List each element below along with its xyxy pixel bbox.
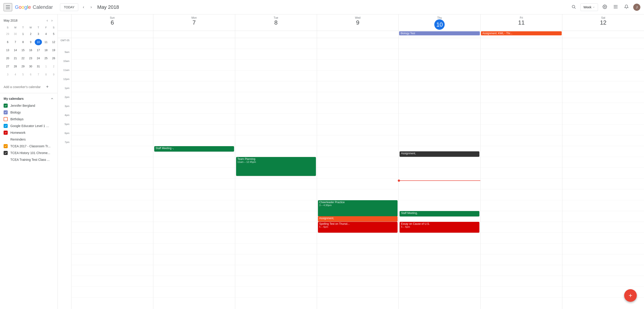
- mini-cal-day[interactable]: 10: [35, 38, 42, 46]
- mini-cal-day[interactable]: 16: [27, 46, 34, 54]
- allday-cell-2[interactable]: [235, 31, 317, 38]
- calendar-item[interactable]: Biology: [0, 109, 58, 116]
- day-column-4[interactable]: Assignment,Staff Meeting,Essay on Cause …: [398, 38, 480, 309]
- allday-event[interactable]: Biology Test: [399, 31, 480, 35]
- mini-cal-day[interactable]: 4: [12, 71, 19, 78]
- mini-cal-day[interactable]: 14: [12, 46, 19, 54]
- mini-cal-day[interactable]: 6: [4, 38, 11, 46]
- event-block[interactable]: Assignment,: [400, 151, 480, 157]
- mini-cal-day[interactable]: 9: [27, 38, 34, 46]
- mini-cal-day[interactable]: 24: [35, 54, 42, 62]
- mini-cal-day[interactable]: 28: [12, 63, 19, 70]
- mini-cal-day[interactable]: 5: [50, 30, 57, 38]
- calendar-item[interactable]: TCEA History 101 Chrome...: [0, 150, 58, 156]
- mini-cal-day[interactable]: 15: [20, 46, 26, 54]
- day-column-2[interactable]: Team Planning11am – 12:45pm: [235, 38, 317, 309]
- day-column-5[interactable]: [480, 38, 562, 309]
- calendar-checkbox[interactable]: [4, 151, 8, 155]
- mini-cal-day[interactable]: 2: [50, 63, 57, 70]
- event-block[interactable]: Spelling Test on Thursd...5 – 6pm: [318, 222, 398, 233]
- mini-next-button[interactable]: ›: [50, 18, 54, 23]
- allday-cell-3[interactable]: [317, 31, 399, 38]
- mini-cal-day[interactable]: 4: [42, 30, 50, 38]
- mini-cal-day[interactable]: 21: [12, 54, 19, 62]
- day-header-thu[interactable]: Thu10: [398, 14, 480, 31]
- calendar-checkbox[interactable]: [4, 124, 8, 128]
- mini-cal-day[interactable]: 13: [4, 46, 11, 54]
- mini-cal-day[interactable]: 23: [27, 54, 34, 62]
- mini-cal-day[interactable]: 20: [4, 54, 11, 62]
- mini-cal-day[interactable]: 1: [42, 63, 50, 70]
- user-avatar[interactable]: J: [633, 3, 640, 11]
- day-header-sat[interactable]: Sat12: [562, 14, 644, 31]
- apps-button[interactable]: [612, 3, 620, 11]
- prev-button[interactable]: ‹: [81, 3, 86, 11]
- mini-cal-day[interactable]: 18: [42, 46, 50, 54]
- mini-cal-day[interactable]: 7: [35, 71, 42, 78]
- mini-cal-day[interactable]: 5: [20, 71, 26, 78]
- calendar-item[interactable]: Homework: [0, 129, 58, 136]
- mini-cal-day[interactable]: 3: [35, 30, 42, 38]
- mini-cal-day[interactable]: 11: [42, 38, 50, 46]
- calendar-item[interactable]: Reminders: [0, 136, 58, 143]
- allday-cell-1[interactable]: [153, 31, 235, 38]
- mini-cal-day[interactable]: 31: [35, 63, 42, 70]
- mini-cal-day[interactable]: 29: [20, 63, 26, 70]
- menu-button[interactable]: [4, 3, 12, 11]
- calendar-checkbox[interactable]: [4, 144, 8, 148]
- add-coworker-input[interactable]: [4, 85, 44, 89]
- allday-cell-4[interactable]: Biology Test: [398, 31, 480, 38]
- allday-cell-0[interactable]: [71, 31, 153, 38]
- day-header-wed[interactable]: Wed9: [317, 14, 399, 31]
- mini-cal-day[interactable]: 26: [50, 54, 57, 62]
- mini-cal-day[interactable]: 8: [20, 38, 26, 46]
- mini-cal-day[interactable]: 30: [12, 30, 19, 38]
- mini-cal-day[interactable]: 7: [12, 38, 19, 46]
- day-column-1[interactable]: Staff Meeting -,: [153, 38, 235, 309]
- mini-prev-button[interactable]: ‹: [45, 18, 49, 23]
- mini-cal-day[interactable]: 22: [20, 54, 26, 62]
- create-event-fab[interactable]: +: [624, 289, 637, 302]
- event-block[interactable]: Team Planning11am – 12:45pm: [236, 157, 316, 176]
- mini-cal-day[interactable]: 12: [50, 38, 57, 46]
- mini-cal-day[interactable]: 3: [4, 71, 11, 78]
- calendar-checkbox[interactable]: [4, 110, 8, 114]
- calendar-checkbox[interactable]: [4, 131, 8, 135]
- event-block[interactable]: Assignment,: [318, 216, 398, 222]
- mini-cal-day[interactable]: 30: [27, 63, 34, 70]
- mini-cal-day[interactable]: 6: [27, 71, 34, 78]
- notifications-button[interactable]: [622, 3, 630, 11]
- day-header-fri[interactable]: Fri11: [480, 14, 562, 31]
- allday-cell-5[interactable]: Assignment: KWL - Thr...: [480, 31, 562, 38]
- calendar-item[interactable]: Birthdays: [0, 116, 58, 122]
- add-coworker-section[interactable]: +: [0, 82, 58, 93]
- calendar-checkbox[interactable]: [4, 158, 8, 162]
- event-block[interactable]: Staff Meeting,: [400, 211, 480, 216]
- calendar-item[interactable]: Jennifer Bergland: [0, 102, 58, 109]
- calendar-item[interactable]: Google Educator Level 1 M...: [0, 122, 58, 129]
- event-block[interactable]: Essay on Cause of U.S.5 – 6pm: [400, 222, 480, 233]
- day-header-tue[interactable]: Tue8: [235, 14, 317, 31]
- mini-cal-day[interactable]: 17: [35, 46, 42, 54]
- my-calendars-header[interactable]: My calendars: [0, 95, 58, 102]
- mini-cal-day[interactable]: 1: [20, 30, 26, 38]
- today-button[interactable]: TODAY: [60, 3, 78, 11]
- settings-button[interactable]: [601, 3, 609, 11]
- day-column-0[interactable]: [71, 38, 153, 309]
- calendar-checkbox[interactable]: [4, 117, 8, 121]
- allday-cell-6[interactable]: [562, 31, 644, 38]
- day-column-6[interactable]: [562, 38, 644, 309]
- mini-cal-day[interactable]: 27: [4, 63, 11, 70]
- mini-cal-day[interactable]: 9: [50, 71, 57, 78]
- day-header-mon[interactable]: Mon7: [153, 14, 235, 31]
- search-button[interactable]: [570, 3, 578, 11]
- calendar-checkbox[interactable]: [4, 137, 8, 141]
- calendar-item[interactable]: TCEA 2017 - Classroom Tr...: [0, 143, 58, 150]
- event-block[interactable]: Cheerleader Practice3 – 4:30pm: [318, 200, 398, 216]
- next-button[interactable]: ›: [88, 3, 94, 11]
- mini-cal-day[interactable]: 29: [4, 30, 11, 38]
- view-selector[interactable]: Week: [580, 3, 598, 11]
- allday-event[interactable]: Assignment: KWL - Thr...: [481, 31, 562, 35]
- calendar-checkbox[interactable]: [4, 104, 8, 108]
- mini-cal-day[interactable]: 25: [42, 54, 50, 62]
